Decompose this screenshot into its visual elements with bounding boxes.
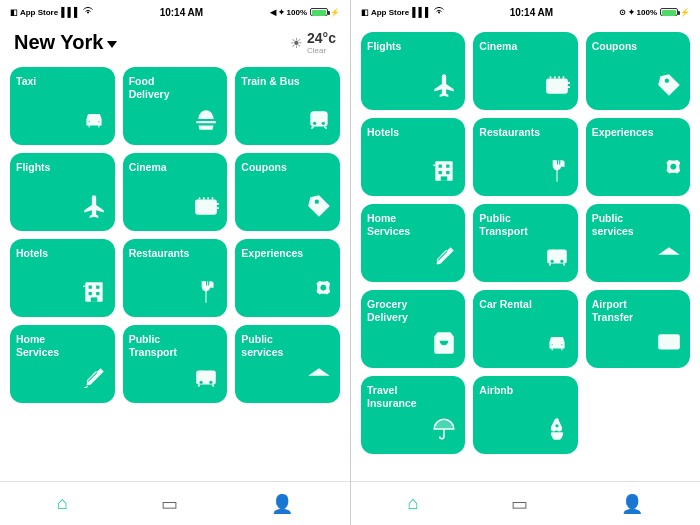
person-icon: 👤 (271, 493, 293, 515)
service-label: PublicTransport (479, 212, 527, 237)
charge-icon-2: ⚡ (680, 8, 690, 17)
service-card-food-delivery[interactable]: FoodDelivery (123, 67, 228, 145)
service-card-public-transport-2[interactable]: PublicTransport (473, 204, 577, 282)
service-card-cinema-2[interactable]: Cinema (473, 32, 577, 110)
food-icon (193, 107, 219, 139)
weather-condition: Clear (307, 46, 336, 55)
nav-home-2[interactable]: ⌂ (394, 489, 433, 518)
cinema-icon-2 (544, 72, 570, 104)
cinema-icon (193, 193, 219, 225)
settings-icon-2: ⊙ (619, 8, 626, 17)
umbrella-icon (431, 416, 457, 448)
svg-rect-5 (88, 286, 91, 289)
temperature: 24°c (307, 30, 336, 46)
hotel-icon (81, 279, 107, 311)
svg-rect-0 (310, 111, 327, 126)
bottom-nav-1: ⌂ ▭ 👤 (0, 481, 350, 525)
service-card-public-services[interactable]: Publicservices (235, 325, 340, 403)
service-label: Flights (16, 161, 50, 174)
svg-rect-13 (546, 79, 568, 94)
service-label: Flights (367, 40, 401, 53)
person-icon-2: 👤 (621, 493, 643, 515)
svg-point-12 (210, 381, 213, 384)
svg-point-2 (322, 122, 325, 125)
tablet-icon-2: ▭ (511, 493, 528, 515)
service-card-grocery-delivery[interactable]: GroceryDelivery (361, 290, 465, 368)
battery-indicator-2 (660, 8, 678, 16)
svg-rect-8 (96, 292, 99, 295)
svg-rect-19 (441, 176, 448, 180)
plane-icon (81, 193, 107, 225)
tablet-icon: ▭ (161, 493, 178, 515)
nav-profile-1[interactable]: 👤 (257, 489, 307, 519)
phone-screen-1: ◧ App Store ▌▌▌ 10:14 AM ◀ ✦ 100% ⚡ New … (0, 0, 350, 525)
svg-rect-20 (547, 249, 567, 263)
taxi-icon (81, 107, 107, 139)
service-card-hotels-2[interactable]: Hotels (361, 118, 465, 196)
city-name: New York (14, 31, 103, 54)
fan-icon-2 (656, 158, 682, 190)
sun-icon: ☀ (290, 35, 303, 51)
nav-home-1[interactable]: ⌂ (43, 489, 82, 518)
service-card-hotels[interactable]: Hotels (10, 239, 115, 317)
bluetooth-icon: ✦ (278, 8, 285, 17)
nav-tablet-2[interactable]: ▭ (497, 489, 542, 519)
service-label: Hotels (16, 247, 48, 260)
bank-icon-2 (656, 244, 682, 276)
service-card-experiences[interactable]: Experiences (235, 239, 340, 317)
battery-label: 100% (287, 8, 307, 17)
wifi-icon (83, 7, 93, 17)
service-card-home-services[interactable]: HomeServices (10, 325, 115, 403)
service-card-home-services-2[interactable]: HomeServices (361, 204, 465, 282)
grocery-icon (431, 330, 457, 362)
svg-rect-3 (195, 200, 217, 215)
wifi-icon-2 (434, 7, 444, 17)
service-card-coupons-2[interactable]: Coupons (586, 32, 690, 110)
app-store-label: ◧ App Store (10, 8, 58, 17)
nav-profile-2[interactable]: 👤 (607, 489, 657, 519)
service-card-public-transport[interactable]: PublicTransport (123, 325, 228, 403)
svg-rect-7 (88, 292, 91, 295)
service-card-airbnb[interactable]: Airbnb (473, 376, 577, 454)
train-icon (306, 107, 332, 139)
service-label: TravelInsurance (367, 384, 417, 409)
app-store-label-2: ◧ App Store (361, 8, 409, 17)
service-card-cinema[interactable]: Cinema (123, 153, 228, 231)
service-label: Experiences (241, 247, 303, 260)
service-card-coupons[interactable]: Coupons (235, 153, 340, 231)
service-card-flights[interactable]: Flights (10, 153, 115, 231)
bus-icon (193, 365, 219, 397)
signal-bars-2: ▌▌▌ (412, 7, 431, 17)
signal-bars: ▌▌▌ (61, 7, 80, 17)
service-card-experiences-2[interactable]: Experiences (586, 118, 690, 196)
services-grid-1: Taxi FoodDelivery Train & Bus Flights (0, 63, 350, 481)
service-card-travel-insurance[interactable]: TravelInsurance (361, 376, 465, 454)
service-card-airport-transfer[interactable]: AirportTransfer (586, 290, 690, 368)
car-icon (544, 330, 570, 362)
bottom-nav-2: ⌂ ▭ 👤 (351, 481, 700, 525)
wrench-icon (81, 365, 107, 397)
service-card-public-services-2[interactable]: Publicservices (586, 204, 690, 282)
svg-rect-9 (90, 297, 97, 301)
svg-rect-16 (446, 165, 449, 168)
service-card-car-rental[interactable]: Car Rental (473, 290, 577, 368)
service-card-flights-2[interactable]: Flights (361, 32, 465, 110)
svg-rect-6 (96, 286, 99, 289)
nav-tablet-1[interactable]: ▭ (147, 489, 192, 519)
service-card-restaurants-2[interactable]: Restaurants (473, 118, 577, 196)
city-selector[interactable]: New York (14, 31, 117, 54)
battery-indicator (310, 8, 328, 16)
home-icon: ⌂ (57, 493, 68, 514)
service-label: Car Rental (479, 298, 532, 311)
status-bar-1: ◧ App Store ▌▌▌ 10:14 AM ◀ ✦ 100% ⚡ (0, 0, 350, 24)
service-card-train-bus[interactable]: Train & Bus (235, 67, 340, 145)
status-left-1: ◧ App Store ▌▌▌ (10, 7, 93, 17)
status-right-1: ◀ ✦ 100% ⚡ (270, 8, 340, 17)
service-card-restaurants[interactable]: Restaurants (123, 239, 228, 317)
service-label: Coupons (241, 161, 287, 174)
service-label: PublicTransport (129, 333, 177, 358)
services-grid-2: Flights Cinema Coupons Hotels (351, 24, 700, 481)
restaurant-icon-2 (544, 158, 570, 190)
svg-point-22 (560, 260, 563, 263)
service-card-taxi[interactable]: Taxi (10, 67, 115, 145)
